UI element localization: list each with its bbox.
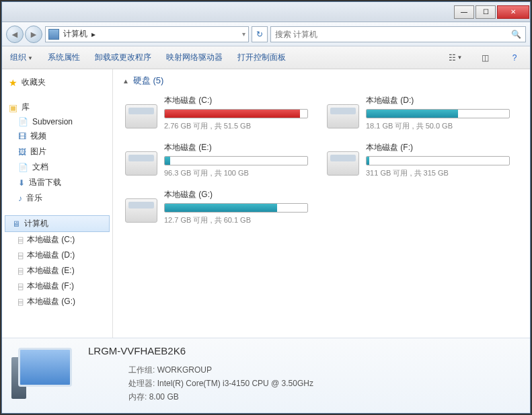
control-panel-button[interactable]: 打开控制面板 [237,52,286,63]
drive-stats: 18.1 GB 可用 , 共 50.0 GB [366,121,510,131]
capacity-bar [164,156,308,165]
sidebar-drive-item[interactable]: ⌸本地磁盘 (C:) [2,232,112,248]
star-icon: ★ [9,77,17,88]
capacity-bar [164,203,308,213]
drive-grid: 本地磁盘 (C:) 2.76 GB 可用 , 共 51.5 GB 本地磁盘 (D… [122,92,521,228]
sidebar-drive-item[interactable]: ⌸本地磁盘 (G:) [2,294,112,309]
libraries-header[interactable]: ▣ 库 [2,100,112,115]
section-header[interactable]: ▲ 硬盘 (5) [122,75,521,87]
address-text: 计算机 [63,28,87,40]
drive-icon [327,104,359,128]
forward-button[interactable]: ► [25,26,42,43]
explorer-window: — ☐ ✕ ◄ ► 计算机 ▸ ▾ ↻ 🔍 组织▼ 系统属性 卸载或更改程序 映… [1,1,531,414]
sidebar-library-item[interactable]: ♪音乐 [2,190,112,206]
pic-icon: 🖼 [18,147,26,157]
sidebar-drive-item[interactable]: ⌸本地磁盘 (E:) [2,263,112,278]
drive-icon: ⌸ [18,235,23,245]
drive-stats: 12.7 GB 可用 , 共 60.1 GB [164,215,308,225]
drive-name: 本地磁盘 (F:) [366,142,510,153]
computer-icon [48,29,59,40]
sidebar-library-item[interactable]: 📄Subversion [2,115,112,128]
main-pane: ▲ 硬盘 (5) 本地磁盘 (C:) 2.76 GB 可用 , 共 51.5 G… [113,69,530,338]
collapse-icon: ▲ [122,77,129,85]
content-area: ★ 收藏夹 ▣ 库 📄Subversion🎞视频🖼图片📄文档⬇迅雷下载♪音乐 🖥… [2,69,530,338]
drive-icon: ⌸ [18,251,23,260]
help-icon[interactable]: ? [507,50,522,65]
map-drive-button[interactable]: 映射网络驱动器 [166,52,223,63]
drive-item[interactable]: 本地磁盘 (F:) 311 GB 可用 , 共 315 GB [324,139,512,181]
sidebar-drive-item[interactable]: ⌸本地磁盘 (F:) [2,278,112,294]
drive-name: 本地磁盘 (E:) [164,142,308,153]
drive-stats: 96.3 GB 可用 , 共 100 GB [164,168,308,178]
computer-icon: 🖥 [12,219,20,229]
nav-history: ◄ ► [6,26,42,43]
drive-icon: ⌸ [18,282,23,291]
sidebar-computer[interactable]: 🖥 计算机 [5,215,110,232]
maximize-button[interactable]: ☐ [476,5,496,19]
drive-item[interactable]: 本地磁盘 (C:) 2.76 GB 可用 , 共 51.5 GB [122,92,311,134]
drive-icon [125,198,157,223]
search-icon: 🔍 [511,30,521,39]
sidebar-library-item[interactable]: 📄文档 [2,159,112,175]
uninstall-button[interactable]: 卸载或更改程序 [95,52,151,63]
toolbar: 组织▼ 系统属性 卸载或更改程序 映射网络驱动器 打开控制面板 ☷▼ ◫ ? [2,46,530,69]
capacity-bar [366,156,510,165]
folder-icon: ▣ [9,102,17,113]
back-button[interactable]: ◄ [6,26,24,43]
computer-name: LRGM-VVFHAEB2K6 [88,345,521,356]
sidebar-library-item[interactable]: ⬇迅雷下载 [2,175,112,190]
workgroup-row: 工作组: WORKGROUP [88,365,521,376]
doc-icon: 📄 [18,163,28,172]
sidebar-library-item[interactable]: 🖼图片 [2,144,112,159]
drive-item[interactable]: 本地磁盘 (G:) 12.7 GB 可用 , 共 60.1 GB [122,186,311,228]
search-input[interactable] [275,30,511,39]
ram-row: 内存: 8.00 GB [88,391,521,403]
drive-icon [327,151,359,176]
capacity-bar [164,109,308,118]
drive-icon [125,104,157,128]
drive-icon: ⌸ [18,266,23,276]
drive-name: 本地磁盘 (G:) [164,189,308,200]
search-bar[interactable]: 🔍 [270,26,526,42]
address-dropdown-icon[interactable]: ▾ [242,30,245,38]
preview-pane-icon[interactable]: ◫ [478,50,492,65]
doc-icon: 📄 [18,117,28,126]
drive-name: 本地磁盘 (D:) [366,95,510,106]
details-pane: LRGM-VVFHAEB2K6 工作组: WORKGROUP 处理器: Inte… [2,338,530,413]
favorites-header[interactable]: ★ 收藏夹 [2,75,112,90]
sidebar-library-item[interactable]: 🎞视频 [2,128,112,144]
drive-stats: 311 GB 可用 , 共 315 GB [366,168,510,178]
system-properties-button[interactable]: 系统属性 [48,52,80,63]
refresh-button[interactable]: ↻ [252,26,268,42]
drive-icon [125,151,157,176]
music-icon: ♪ [18,194,22,203]
drive-name: 本地磁盘 (C:) [164,95,308,106]
view-options-icon[interactable]: ☷▼ [448,50,463,65]
sidebar-drive-item[interactable]: ⌸本地磁盘 (D:) [2,248,112,263]
navbar: ◄ ► 计算机 ▸ ▾ ↻ 🔍 [2,22,530,46]
cpu-row: 处理器: Intel(R) Core(TM) i3-4150 CPU @ 3.5… [88,378,521,389]
drive-item[interactable]: 本地磁盘 (D:) 18.1 GB 可用 , 共 50.0 GB [324,92,512,134]
drive-item[interactable]: 本地磁盘 (E:) 96.3 GB 可用 , 共 100 GB [122,139,311,181]
capacity-bar [366,109,510,118]
close-button[interactable]: ✕ [497,5,529,19]
drive-icon: ⌸ [18,297,23,307]
sidebar: ★ 收藏夹 ▣ 库 📄Subversion🎞视频🖼图片📄文档⬇迅雷下载♪音乐 🖥… [2,69,113,338]
address-bar[interactable]: 计算机 ▸ ▾ [45,26,249,42]
organize-menu[interactable]: 组织▼ [10,52,33,63]
video-icon: 🎞 [18,132,26,141]
minimize-button[interactable]: — [454,5,474,19]
drive-stats: 2.76 GB 可用 , 共 51.5 GB [164,121,308,131]
titlebar: — ☐ ✕ [2,2,530,22]
computer-large-icon [11,345,79,406]
dl-icon: ⬇ [18,178,25,188]
breadcrumb-sep: ▸ [91,30,96,39]
